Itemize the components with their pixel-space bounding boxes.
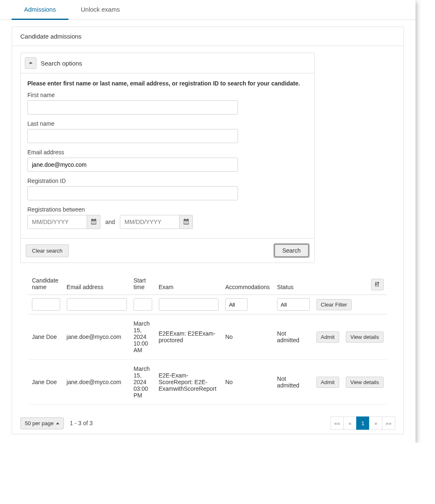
date-from-picker[interactable] [87,215,100,229]
last-name-input[interactable] [27,129,238,143]
cell-status: Not admitted [274,360,313,405]
tabs: Admissions Unlock exams [0,0,416,20]
first-name-label: First name [27,92,308,98]
sliders-icon [374,281,380,288]
tab-unlock-exams[interactable]: Unlock exams [68,0,132,19]
cell-email: jane.doe@myco.com [63,360,130,405]
cell-exam: E2E-Exam-ScoreReport: E2E-ExamwithScoreR… [156,360,222,405]
th-exam[interactable]: Exam [156,275,222,295]
results-table: Candidate name Email address Start time … [29,275,387,405]
cell-email: jane.doe@myco.com [63,314,130,360]
candidate-admissions-panel: Candidate admissions Search options Plea… [12,27,404,434]
tab-admissions[interactable]: Admissions [12,0,68,20]
view-details-button[interactable]: View details [346,331,384,343]
clear-filter-button[interactable]: Clear Filter [316,299,352,310]
per-page-dropdown[interactable]: 50 per page [20,417,64,429]
date-from-input[interactable] [27,215,87,229]
clear-search-button[interactable]: Clear search [26,244,69,257]
search-button[interactable]: Search [274,243,309,258]
filter-email[interactable] [67,298,127,311]
registration-id-input[interactable] [27,186,238,200]
table-row: Jane Doejane.doe@myco.comMarch 15, 2024 … [29,360,387,405]
cell-name: Jane Doe [29,360,63,405]
filter-candidate-name[interactable] [32,298,60,311]
filter-status[interactable] [277,298,309,311]
pager-next[interactable]: » [369,416,382,430]
cell-start-time: March 15, 2024 03:00 PM [130,360,155,405]
result-count: 1 - 3 of 3 [70,420,92,426]
th-accommodations[interactable]: Accommodations [222,275,274,295]
th-status[interactable]: Status [274,275,313,295]
th-candidate-name[interactable]: Candidate name [29,275,63,295]
th-email[interactable]: Email address [63,275,130,295]
admit-button[interactable]: Admit [316,377,339,388]
chevron-up-icon [28,60,33,67]
search-options-title: Search options [41,60,82,67]
cell-name: Jane Doe [29,314,63,360]
and-label: and [105,219,115,225]
cell-exam: E2EExam: E2EExam-proctored [156,314,222,360]
last-name-label: Last name [27,120,308,127]
pager-prev[interactable]: « [343,416,357,430]
pager-last[interactable]: »» [382,416,395,430]
email-input[interactable] [27,158,238,172]
th-start-time[interactable]: Start time [130,275,155,295]
admit-button[interactable]: Admit [316,331,339,343]
calendar-icon [183,219,189,226]
cell-accommodations: No [222,360,274,405]
filter-row: Clear Filter [29,295,387,314]
panel-title: Candidate admissions [12,27,403,46]
table-settings-button[interactable] [371,279,384,290]
pager-first[interactable]: «« [331,416,344,430]
registration-id-label: Registration ID [27,178,308,184]
calendar-icon [91,219,97,226]
first-name-input[interactable] [27,100,238,114]
cell-status: Not admitted [274,314,313,360]
cell-accommodations: No [222,314,274,360]
collapse-toggle[interactable] [25,57,36,69]
filter-exam[interactable] [159,298,219,311]
registrations-between-label: Registrations between [27,206,308,213]
search-instruction: Please enter first name or last name, em… [27,80,308,87]
email-label: Email address [27,149,308,156]
table-row: Jane Doejane.doe@myco.comMarch 15, 2024 … [29,314,387,360]
pager: «« « 1 » »» [331,416,395,430]
date-to-input[interactable] [120,215,180,229]
search-options: Search options Please enter first name o… [20,53,315,263]
cell-start-time: March 15, 2024 10:00 AM [130,314,155,360]
view-details-button[interactable]: View details [346,377,384,388]
filter-start-time[interactable] [134,298,152,311]
date-to-picker[interactable] [180,215,193,229]
pager-page-1[interactable]: 1 [356,416,369,430]
filter-accommodations[interactable] [225,298,248,311]
